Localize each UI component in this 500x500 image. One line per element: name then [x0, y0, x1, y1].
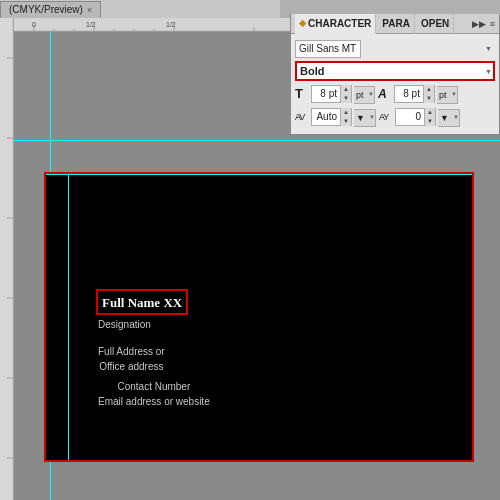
vertical-ruler [0, 18, 14, 500]
kerning-arrows: ▲ ▼ [424, 108, 435, 126]
font-size-up[interactable]: ▲ [341, 85, 351, 94]
svg-text:1/2: 1/2 [166, 21, 176, 28]
email-text: Email address or website [98, 396, 210, 407]
tracking-down[interactable]: ▼ [341, 117, 351, 126]
svg-text:1/2: 1/2 [86, 21, 96, 28]
leading-down[interactable]: ▼ [424, 94, 434, 103]
open-tab-label: OPEN [421, 18, 449, 29]
character-tab-icon: ◆ [299, 18, 306, 28]
font-size-value[interactable]: 8 pt [312, 88, 340, 99]
leading-value[interactable]: 8 pt [395, 88, 423, 99]
kerning-up[interactable]: ▲ [425, 108, 435, 117]
font-size-unit-wrapper: pt [354, 84, 375, 104]
font-style-wrapper: Bold [295, 61, 495, 81]
leading-icon: A [378, 87, 392, 101]
font-size-arrows: ▲ ▼ [340, 85, 351, 103]
para-tab[interactable]: PARA [378, 14, 415, 34]
contact-number: Contact Number [117, 381, 190, 392]
kerning-unit-wrapper: ▼ [438, 107, 460, 127]
tracking-unit[interactable]: ▼ [354, 109, 376, 127]
font-size-spinner: 8 pt ▲ ▼ [311, 85, 352, 103]
document-tab[interactable]: (CMYK/Preview) × [0, 1, 101, 18]
kerning-spinner: 0 ▲ ▼ [395, 108, 436, 126]
leading-group: A 8 pt ▲ ▼ pt [378, 84, 458, 104]
tab-label: (CMYK/Preview) [9, 4, 83, 15]
tracking-up[interactable]: ▲ [341, 108, 351, 117]
tracking-unit-wrapper: ▼ [354, 107, 376, 127]
address-line2: Office address [99, 361, 163, 372]
panel-header: ◆ CHARACTER PARA OPEN ▶▶ ≡ [291, 14, 499, 34]
full-name-box[interactable]: Full Name XX [96, 289, 188, 315]
size-leading-row: T 8 pt ▲ ▼ pt A 8 pt [295, 84, 495, 104]
font-size-icon: T [295, 86, 309, 101]
horizontal-guide-1 [14, 140, 500, 141]
tracking-kerning-row: AV Auto ▲ ▼ ▼ AY 0 [295, 107, 495, 127]
font-style-select[interactable]: Bold [295, 61, 495, 81]
card-content: Full Name XX Designation Full Address or… [46, 174, 472, 460]
address-text: Full Address or Office address [98, 344, 165, 374]
character-tab-label: CHARACTER [308, 18, 371, 29]
kerning-icon: AY [379, 112, 393, 122]
kerning-down[interactable]: ▼ [425, 117, 435, 126]
panel-body: Gill Sans MT Bold T 8 pt ▲ ▼ [291, 34, 499, 134]
leading-up[interactable]: ▲ [424, 85, 434, 94]
more-panels-icon[interactable]: ▶▶ [472, 19, 486, 29]
document-page: Full Name XX Designation Full Address or… [44, 172, 474, 462]
kerning-unit[interactable]: ▼ [438, 109, 460, 127]
font-family-select[interactable]: Gill Sans MT [295, 40, 361, 58]
svg-text:0: 0 [32, 21, 36, 28]
character-panel: ◆ CHARACTER PARA OPEN ▶▶ ≡ Gill Sans MT [290, 14, 500, 135]
font-size-group: T 8 pt ▲ ▼ pt [295, 84, 375, 104]
tab-close-icon[interactable]: × [87, 5, 92, 15]
font-family-wrapper: Gill Sans MT [295, 38, 495, 58]
font-style-row: Bold [295, 61, 495, 81]
designation-text: Designation [98, 319, 151, 330]
tab-bar: (CMYK/Preview) × [0, 0, 280, 18]
font-size-unit[interactable]: pt [354, 86, 375, 104]
tracking-arrows: ▲ ▼ [340, 108, 351, 126]
font-size-down[interactable]: ▼ [341, 94, 351, 103]
tracking-value[interactable]: Auto [312, 111, 340, 122]
address-line1: Full Address or [98, 346, 165, 357]
v-ruler-svg [0, 18, 14, 500]
leading-unit-wrapper: pt [437, 84, 458, 104]
leading-arrows: ▲ ▼ [423, 85, 434, 103]
full-name-text: Full Name XX [102, 295, 182, 310]
contact-text: Contact Number Email address or website [98, 379, 210, 409]
font-family-row: Gill Sans MT [295, 38, 495, 58]
leading-spinner: 8 pt ▲ ▼ [394, 85, 435, 103]
open-tab[interactable]: OPEN [417, 14, 454, 34]
kerning-group: AY 0 ▲ ▼ ▼ [379, 107, 460, 127]
tracking-icon: AV [295, 112, 309, 122]
character-tab[interactable]: ◆ CHARACTER [295, 14, 376, 34]
panel-icons: ▶▶ ≡ [472, 19, 495, 29]
tracking-spinner: Auto ▲ ▼ [311, 108, 352, 126]
panel-menu-icon[interactable]: ≡ [490, 19, 495, 29]
para-tab-label: PARA [382, 18, 410, 29]
tracking-group: AV Auto ▲ ▼ ▼ [295, 107, 376, 127]
kerning-value[interactable]: 0 [396, 111, 424, 122]
leading-unit[interactable]: pt [437, 86, 458, 104]
